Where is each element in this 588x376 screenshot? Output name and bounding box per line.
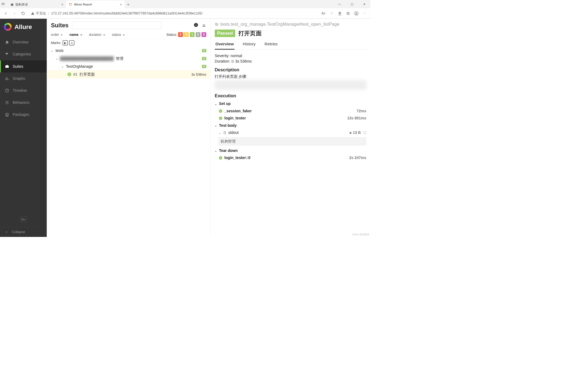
check-icon: ✓: [67, 72, 71, 76]
close-window-button[interactable]: ✕: [358, 0, 370, 8]
mark-flaky-button[interactable]: ◐: [63, 40, 68, 45]
teardown-heading[interactable]: ⌄Tear down: [215, 147, 366, 154]
sidebar-item-behaviors[interactable]: Behaviors: [0, 96, 47, 108]
sidebar-item-overview[interactable]: Overview: [0, 36, 47, 48]
tab-0[interactable]: ▦ 隐私错误 ×: [8, 1, 66, 8]
tab-overview-btn[interactable]: [0, 1, 6, 7]
sort-order[interactable]: order◆: [51, 33, 63, 36]
setup-step[interactable]: ✓_session_faker72ms: [215, 107, 366, 114]
status-chip-passed[interactable]: 1: [190, 32, 195, 37]
more-menu-icon[interactable]: ⋯: [361, 10, 368, 17]
stdout-row[interactable]: ⌄ stdout 13 B: [215, 129, 366, 136]
detail-pane: tests.test_org_manage.TestOrgManage#test…: [211, 19, 370, 237]
favorite-icon[interactable]: ☆: [328, 10, 335, 17]
insecure-badge[interactable]: 不安全: [31, 11, 46, 16]
chevron-down-icon: ⌄: [215, 124, 217, 127]
back-button[interactable]: [2, 10, 9, 17]
step-name: login_tester::0: [224, 156, 251, 160]
chevron-down-icon: ⌄: [219, 131, 221, 134]
close-icon[interactable]: ×: [61, 2, 63, 6]
tab-retries[interactable]: Retries: [264, 40, 278, 49]
mark-new-button[interactable]: ⚠: [69, 40, 74, 45]
link-icon[interactable]: [215, 22, 218, 26]
briefcase-icon: [5, 64, 9, 69]
stdout-content: 机构管理: [218, 137, 366, 145]
status-chip-broken[interactable]: 0: [184, 32, 189, 37]
close-icon[interactable]: ×: [120, 2, 122, 6]
tree-node-l2[interactable]: ⌄ TestOrgManage 1: [47, 63, 210, 70]
list-icon: [5, 100, 9, 105]
step-name: login_tester: [224, 116, 246, 121]
chevron-down-icon: ⌄: [51, 49, 53, 52]
home-icon: [5, 40, 9, 45]
language-switch[interactable]: En: [20, 217, 27, 222]
count-badge: 1: [202, 65, 206, 68]
tab-history[interactable]: History: [242, 40, 256, 49]
save-icon[interactable]: [349, 131, 352, 134]
svg-rect-6: [196, 24, 196, 24]
sidebar-item-label: Packages: [13, 112, 29, 117]
tab-1[interactable]: Allure Report ×: [66, 1, 125, 8]
address-bar[interactable]: 不安全 | 172.27.242.55:49709/index.html#sui…: [28, 10, 318, 17]
maximize-button[interactable]: ▢: [346, 0, 358, 8]
tree-label: tests: [55, 48, 63, 53]
suites-header: Suites: [47, 19, 210, 31]
count-badge: 1: [202, 57, 206, 60]
url-text: 172.27.242.55:49709/index.html#suites/bb…: [51, 11, 202, 15]
forward-button[interactable]: [11, 10, 18, 17]
layers-icon: [5, 112, 9, 117]
status-badge: Passed: [215, 30, 235, 37]
download-icon[interactable]: [202, 23, 206, 28]
redacted-text: [215, 80, 366, 90]
tree: ⌄ tests 1 ⌄ ████████████████████ 管理 1 ⌄ …: [47, 47, 210, 78]
tree-root[interactable]: ⌄ tests 1: [47, 47, 210, 54]
tree-leaf[interactable]: ✓ #1 打开页面 3s 536ms: [47, 70, 210, 78]
tab-strip: ▦ 隐私错误 × Allure Report × ＋: [6, 0, 132, 8]
info-icon[interactable]: [194, 23, 199, 28]
sidebar: Allure Overview Categories Suites Graphs…: [0, 19, 47, 237]
status-chip-skipped[interactable]: 0: [196, 32, 200, 37]
body-heading[interactable]: ⌄Test body: [215, 122, 366, 129]
sort-duration[interactable]: duration◆: [89, 33, 105, 36]
teardown-step[interactable]: ✓login_tester::02s 247ms: [215, 154, 366, 161]
leaf-number: #1: [73, 72, 77, 77]
chevron-down-icon: ⌄: [215, 102, 217, 105]
browser-toolbar: 不安全 | 172.27.242.55:49709/index.html#sui…: [0, 8, 370, 19]
setup-step[interactable]: ✓login_tester13s 891ms: [215, 115, 366, 122]
status-chip-failed[interactable]: 0: [178, 32, 183, 37]
sort-status[interactable]: status◆: [112, 33, 125, 36]
sidebar-item-categories[interactable]: Categories: [0, 48, 47, 60]
fullscreen-icon[interactable]: [363, 131, 366, 134]
collections-icon[interactable]: [345, 10, 351, 17]
sidebar-item-timeline[interactable]: Timeline: [0, 84, 47, 96]
sidebar-item-label: Timeline: [13, 88, 27, 93]
new-tab-button[interactable]: ＋: [125, 1, 132, 8]
watermark: CSDN @花测试: [352, 233, 369, 236]
avatar-icon: [354, 11, 359, 16]
attachment-meta: 13 B: [349, 131, 366, 135]
tree-node-l1[interactable]: ⌄ ████████████████████ 管理 1: [47, 54, 210, 63]
reload-button[interactable]: [20, 10, 26, 17]
favorites-bar-icon[interactable]: [336, 10, 343, 17]
window-controls: — ▢ ✕: [333, 0, 370, 8]
status-chip-unknown[interactable]: 0: [202, 32, 206, 37]
sort-name[interactable]: name◆: [69, 33, 82, 36]
chevron-down-icon: ⌄: [215, 149, 217, 152]
profile-button[interactable]: [353, 10, 360, 17]
leaf-duration: 3s 536ms: [191, 72, 206, 76]
clock-icon: [5, 88, 9, 93]
setup-heading[interactable]: ⌄Set up: [215, 100, 366, 107]
sidebar-item-packages[interactable]: Packages: [0, 109, 47, 121]
sort-caret-icon: ◆: [123, 33, 125, 36]
sidebar-item-suites[interactable]: Suites: [0, 60, 47, 72]
tab-overview[interactable]: Overview: [215, 40, 234, 49]
read-aloud-icon[interactable]: A)): [320, 10, 327, 17]
file-icon: [223, 131, 226, 134]
minimize-button[interactable]: —: [333, 0, 345, 8]
check-icon: ✓: [219, 117, 222, 120]
clock-icon: [231, 60, 234, 63]
collapse-button[interactable]: Collapse: [0, 227, 47, 237]
brand: Allure: [0, 19, 47, 36]
sidebar-item-graphs[interactable]: Graphs: [0, 72, 47, 84]
search-input[interactable]: [72, 22, 161, 29]
